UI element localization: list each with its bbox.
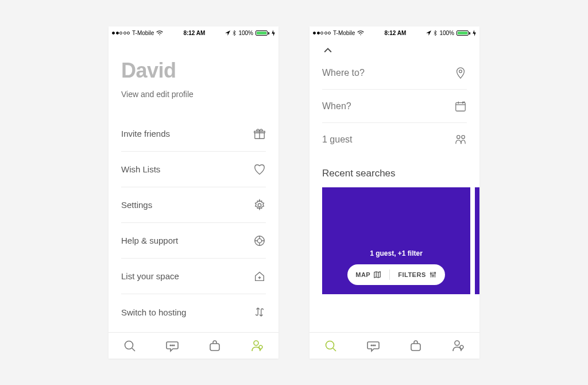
gear-icon bbox=[253, 199, 266, 211]
tab-inbox[interactable] bbox=[366, 339, 380, 353]
filters-button[interactable]: FILTERS bbox=[390, 271, 445, 279]
svg-rect-14 bbox=[456, 102, 466, 111]
when-label: When? bbox=[322, 101, 351, 111]
tab-bar bbox=[109, 332, 278, 359]
phone-search-screen: T-Mobile 8:12 AM 100% Where to? When? bbox=[310, 26, 479, 359]
wifi-icon bbox=[357, 30, 364, 36]
menu-switch-hosting[interactable]: Switch to hosting bbox=[121, 294, 266, 330]
search-when-row[interactable]: When? bbox=[322, 90, 467, 123]
svg-point-5 bbox=[257, 238, 261, 242]
menu-wish-lists[interactable]: Wish Lists bbox=[121, 152, 266, 187]
svg-point-3 bbox=[258, 203, 261, 207]
battery-pct: 100% bbox=[238, 30, 253, 36]
menu-list-space[interactable]: List your space bbox=[121, 259, 266, 294]
edit-profile-link[interactable]: View and edit profile bbox=[121, 90, 266, 99]
help-icon bbox=[253, 234, 266, 247]
svg-point-21 bbox=[371, 345, 372, 346]
svg-point-20 bbox=[326, 341, 334, 349]
svg-point-0 bbox=[160, 34, 161, 36]
menu-label: Invite friends bbox=[121, 129, 170, 138]
profile-icon bbox=[250, 339, 264, 353]
wifi-icon bbox=[156, 30, 163, 36]
menu-label: Help & support bbox=[121, 236, 178, 245]
svg-point-17 bbox=[430, 273, 431, 274]
signal-dots-icon bbox=[112, 32, 130, 34]
chevron-up-icon[interactable] bbox=[322, 45, 334, 56]
profile-name: David bbox=[121, 59, 266, 83]
menu-invite-friends[interactable]: Invite friends bbox=[121, 116, 266, 152]
menu-label: Switch to hosting bbox=[121, 307, 186, 317]
menu-help-support[interactable]: Help & support bbox=[121, 223, 266, 259]
location-arrow-icon bbox=[426, 30, 431, 36]
tab-trips[interactable] bbox=[409, 339, 423, 353]
svg-point-22 bbox=[373, 345, 374, 346]
tab-explore[interactable] bbox=[123, 339, 137, 353]
map-icon bbox=[373, 271, 381, 279]
swap-icon bbox=[253, 306, 266, 318]
svg-point-11 bbox=[254, 341, 258, 345]
phone-profile-screen: T-Mobile 8:12 AM 100% David View and edi… bbox=[109, 26, 278, 359]
card-subtitle: 1 guest, +1 filter bbox=[370, 249, 423, 257]
svg-rect-10 bbox=[210, 344, 219, 351]
recent-search-card-peek[interactable] bbox=[475, 187, 479, 294]
menu-label: Settings bbox=[121, 200, 152, 210]
svg-point-19 bbox=[434, 272, 435, 274]
svg-point-23 bbox=[374, 345, 376, 346]
heart-icon bbox=[253, 163, 266, 176]
people-icon bbox=[454, 133, 467, 146]
map-button[interactable]: MAP bbox=[347, 271, 389, 279]
card-controls-pill: MAP FILTERS bbox=[347, 264, 444, 285]
svg-point-25 bbox=[455, 341, 459, 345]
svg-point-12 bbox=[361, 34, 362, 36]
time-label: 8:12 AM bbox=[384, 30, 406, 36]
filters-label: FILTERS bbox=[398, 271, 426, 278]
battery-pct: 100% bbox=[439, 30, 454, 36]
svg-point-8 bbox=[172, 345, 173, 346]
sliders-icon bbox=[429, 271, 437, 279]
guests-label: 1 guest bbox=[322, 134, 352, 145]
map-label: MAP bbox=[355, 271, 370, 278]
search-icon bbox=[123, 339, 137, 353]
status-bar: T-Mobile 8:12 AM 100% bbox=[109, 26, 278, 38]
profile-icon bbox=[451, 339, 465, 353]
recent-search-card[interactable]: 1 guest, +1 filter MAP FILTERS bbox=[322, 187, 470, 294]
gift-icon bbox=[253, 128, 266, 140]
location-arrow-icon bbox=[225, 30, 230, 36]
signal-dots-icon bbox=[313, 32, 331, 34]
chat-icon bbox=[165, 339, 179, 353]
search-icon bbox=[324, 339, 338, 353]
svg-point-15 bbox=[457, 136, 461, 139]
svg-point-16 bbox=[462, 136, 465, 139]
charging-icon bbox=[272, 30, 275, 36]
carrier-label: T-Mobile bbox=[333, 30, 355, 36]
calendar-icon bbox=[454, 100, 467, 113]
carrier-label: T-Mobile bbox=[132, 30, 154, 36]
bag-icon bbox=[409, 339, 423, 353]
tab-bar bbox=[310, 332, 479, 359]
where-label: Where to? bbox=[322, 68, 365, 78]
battery-icon bbox=[256, 30, 269, 36]
menu-settings[interactable]: Settings bbox=[121, 187, 266, 223]
svg-point-9 bbox=[173, 345, 175, 346]
search-where-row[interactable]: Where to? bbox=[322, 56, 467, 90]
tab-inbox[interactable] bbox=[165, 339, 179, 353]
svg-rect-24 bbox=[411, 344, 420, 351]
time-label: 8:12 AM bbox=[183, 30, 205, 36]
status-bar: T-Mobile 8:12 AM 100% bbox=[310, 26, 479, 38]
tab-profile[interactable] bbox=[451, 339, 465, 353]
svg-point-7 bbox=[170, 345, 171, 346]
bluetooth-icon bbox=[434, 30, 437, 36]
tab-trips[interactable] bbox=[208, 339, 222, 353]
svg-point-18 bbox=[432, 275, 434, 276]
house-plus-icon bbox=[253, 270, 266, 283]
tab-profile[interactable] bbox=[250, 339, 264, 353]
charging-icon bbox=[473, 30, 476, 36]
recent-cards-strip[interactable]: 1 guest, +1 filter MAP FILTERS bbox=[310, 187, 479, 294]
svg-point-13 bbox=[459, 70, 462, 72]
bag-icon bbox=[208, 339, 222, 353]
menu-label: Wish Lists bbox=[121, 164, 160, 174]
location-pin-icon bbox=[454, 67, 467, 79]
search-guests-row[interactable]: 1 guest bbox=[322, 123, 467, 156]
menu-label: List your space bbox=[121, 271, 179, 281]
tab-explore[interactable] bbox=[324, 339, 338, 353]
